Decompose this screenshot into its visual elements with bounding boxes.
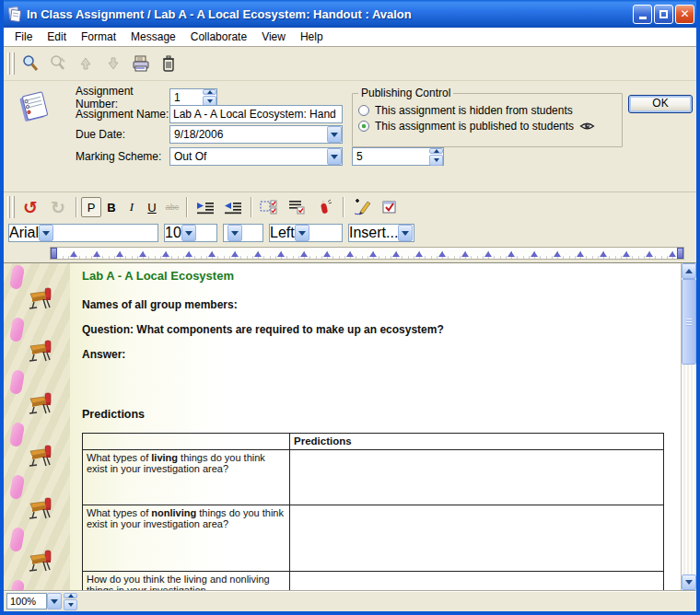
toolbar-separator [251,197,252,217]
paragraph-question: Question: What components are required t… [82,323,681,336]
radio-selected-icon[interactable] [358,121,369,132]
chevron-down-icon[interactable] [181,225,196,241]
marking-out-of-spinner[interactable]: 5 [352,147,444,166]
scroll-down-icon[interactable] [682,574,696,590]
toolbar-grip[interactable] [12,196,15,218]
spin-up-icon[interactable] [429,148,443,154]
question-text: What types of [87,507,151,518]
toolbar-grip[interactable] [7,52,10,75]
assignment-number-spinner[interactable]: 1 [169,88,217,107]
stationery-tile [4,526,70,578]
due-date-dropdown[interactable]: 9/18/2006 [169,125,343,144]
list-checkbox-icon[interactable] [286,195,309,219]
menu-item-view[interactable]: View [254,29,293,45]
menu-item-collaborate[interactable]: Collaborate [183,29,254,45]
delete-trash-icon[interactable] [157,52,181,75]
right-margin-handle[interactable] [677,248,683,259]
menu-item-message[interactable]: Message [123,29,183,45]
zoom-spin-down-icon[interactable] [64,599,77,610]
marking-scheme-dropdown[interactable]: Out Of [169,147,343,166]
chevron-down-icon[interactable] [398,225,413,241]
scrollbar-track[interactable] [682,365,696,574]
document-content[interactable]: Lab A - A Local Ecosystem Names of all g… [70,263,681,590]
zoom-value: 100% [6,593,47,609]
answer-cell[interactable] [290,450,664,505]
left-margin-handle[interactable] [51,248,57,259]
published-option-row[interactable]: This assignment is published to students [358,120,616,133]
next-arrow-icon-disabled [101,52,125,75]
insert-dropdown[interactable]: Insert... [348,224,414,242]
question-cell: What types of nonliving things do you th… [83,505,290,572]
font-family-dropdown[interactable]: Arial [8,224,158,242]
print-icon[interactable] [129,52,153,75]
add-signature-pen-icon[interactable] [350,195,374,219]
main-toolbar [4,47,696,81]
decrease-indent-icon[interactable] [221,195,245,219]
stationery-tile [4,316,70,368]
document-editor[interactable]: Lab A - A Local Ecosystem Names of all g… [4,262,696,590]
menu-item-format[interactable]: Format [74,29,123,45]
maximize-button[interactable] [654,5,673,24]
menu-item-file[interactable]: File [7,29,40,45]
hidden-option-row[interactable]: This assignment is hidden from students [358,104,616,117]
red-marker-field-icon[interactable] [313,195,337,219]
answer-cell[interactable] [290,572,664,591]
answer-cell[interactable] [290,505,664,572]
chevron-down-icon[interactable] [327,148,342,165]
assignment-name-row: Assignment Name: [76,105,343,123]
published-option-label: This assignment is published to students [375,120,574,133]
menu-item-edit[interactable]: Edit [40,29,74,45]
ruler [4,244,696,262]
alignment-dropdown[interactable]: Left [269,224,343,242]
assignment-name-input[interactable] [169,105,343,123]
close-button[interactable]: ✕ [675,5,694,24]
font-color-dropdown[interactable] [223,224,263,242]
menu-bar: File Edit Format Message Collaborate Vie… [4,28,696,47]
paragraph-group-members: Names of all group members: [82,298,681,311]
vertical-scrollbar[interactable] [681,263,696,590]
italic-button[interactable]: I [122,197,142,217]
scroll-up-icon[interactable] [682,263,696,279]
zoom-control[interactable]: 100% [6,593,77,609]
chevron-down-icon[interactable] [295,225,309,241]
question-cell: How do you think the living and nonlivin… [83,572,290,591]
bold-button[interactable]: B [101,197,122,217]
marking-scheme-value: Out Of [170,150,327,163]
pink-chalk-shape [9,369,25,395]
paragraph-style-button[interactable]: P [81,197,101,217]
question-bold-word: living [151,452,178,463]
chevron-down-icon[interactable] [228,225,242,241]
minimize-button[interactable] [633,5,652,24]
radio-unselected-icon[interactable] [358,105,369,116]
toolbar-grip[interactable] [12,52,15,75]
chevron-down-icon[interactable] [47,593,62,609]
toolbar-grip[interactable] [7,196,10,218]
pink-chalk-shape [9,422,25,447]
title-bar[interactable]: In Class Assignment / Lab A - A Local Ec… [0,0,700,28]
chevron-down-icon[interactable] [39,225,53,241]
zoom-spin-up-icon[interactable] [64,593,77,598]
font-size-dropdown[interactable]: 10 [164,224,217,242]
scrollbar-thumb[interactable] [682,279,696,365]
underline-button[interactable]: U [142,197,162,217]
spin-down-icon[interactable] [429,155,443,166]
undo-icon[interactable]: ↺ [18,195,42,219]
ruler-track [50,247,684,260]
alignment-value: Left [270,225,295,241]
preview-search-icon[interactable] [18,52,42,75]
chevron-down-icon[interactable] [327,126,342,143]
checked-box-icon[interactable] [378,195,402,219]
school-desk-icon [28,443,53,469]
stationery-tile [4,368,70,421]
ok-button[interactable]: OK [628,95,693,113]
assignment-name-label: Assignment Name: [76,108,169,121]
selection-checkbox-icon[interactable] [258,195,282,219]
assignment-form: Assignment Number: 1 Assignment Name: Du… [4,81,696,191]
assignment-notepad-icon [15,88,53,127]
pink-chalk-shape [9,474,25,500]
increase-indent-icon[interactable] [193,195,217,219]
menu-item-help[interactable]: Help [293,29,331,45]
question-text: How do you think the living and nonlivin… [87,574,270,590]
spin-up-icon[interactable] [203,89,216,95]
school-desk-icon [28,285,53,311]
